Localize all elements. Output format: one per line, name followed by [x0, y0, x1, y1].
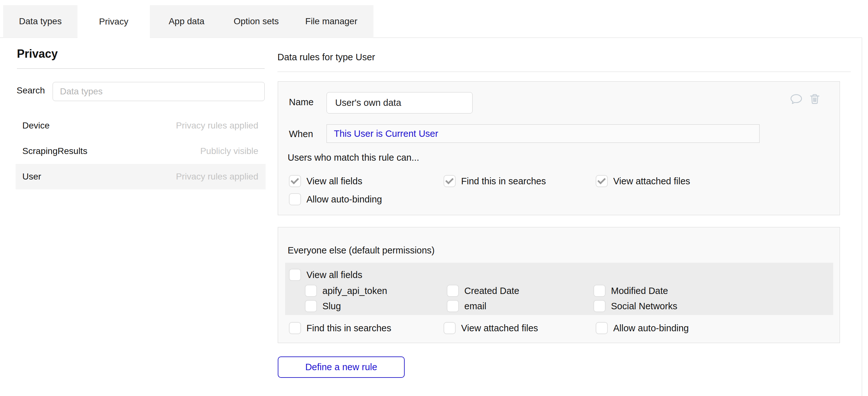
checkbox-email[interactable]	[447, 300, 459, 312]
checkbox-view-all-fields[interactable]	[289, 175, 301, 187]
perm-field-created-date: Created Date	[447, 285, 520, 297]
checkbox-view-attached-files-default[interactable]	[443, 322, 456, 334]
when-label: When	[289, 129, 313, 139]
type-name: User	[22, 172, 41, 182]
tab-option-sets[interactable]: Option sets	[223, 5, 289, 38]
type-name: ScrapingResults	[22, 146, 87, 156]
tab-data-types[interactable]: Data types	[3, 5, 78, 38]
perm-label: Find this in searches	[306, 323, 391, 334]
perm-label: Created Date	[464, 286, 520, 296]
fields-inset: View all fields apify_api_token Created …	[285, 263, 833, 315]
checkbox-find-in-searches[interactable]	[443, 175, 456, 187]
perm-label: View attached files	[613, 176, 690, 186]
main-divider	[277, 71, 851, 72]
perm-find-in-searches-default: Find this in searches	[289, 322, 391, 334]
perm-allow-auto-binding-default: Allow auto-binding	[596, 322, 689, 334]
type-status: Privacy rules applied	[176, 121, 258, 131]
checkbox-view-attached-files[interactable]	[596, 175, 608, 187]
rule-card-actions	[789, 92, 822, 106]
checkbox-modified-date[interactable]	[593, 285, 606, 297]
checkbox-apify-api-token[interactable]	[305, 285, 317, 297]
type-status: Publicly visible	[200, 146, 258, 156]
search-label: Search	[17, 86, 45, 96]
data-type-list: Device Privacy rules applied ScrapingRes…	[16, 113, 266, 189]
default-card-title: Everyone else (default permissions)	[288, 245, 435, 256]
type-row-device[interactable]: Device Privacy rules applied	[16, 113, 266, 139]
perm-view-all-fields-default: View all fields	[289, 269, 362, 281]
perm-label: View attached files	[461, 323, 538, 334]
search-input[interactable]	[53, 82, 265, 101]
checkbox-find-in-searches-default[interactable]	[289, 322, 301, 334]
tab-app-data[interactable]: App data	[150, 5, 223, 38]
name-label: Name	[289, 97, 313, 108]
checkbox-view-all-fields-default[interactable]	[289, 269, 301, 281]
perm-field-slug: Slug	[305, 300, 341, 312]
perm-field-email: email	[447, 300, 486, 312]
perm-label: apify_api_token	[322, 286, 387, 296]
tab-bar: Data types Privacy App data Option sets …	[3, 5, 373, 38]
rule-card: Name When This User is Current User User…	[278, 81, 840, 215]
trash-icon[interactable]	[808, 92, 822, 106]
tab-file-manager[interactable]: File manager	[289, 5, 373, 38]
permissions-intro: Users who match this rule can...	[288, 152, 419, 163]
perm-label: Modified Date	[611, 286, 668, 296]
perm-label: View all fields	[306, 270, 362, 280]
perm-find-in-searches: Find this in searches	[443, 175, 546, 187]
left-panel-divider	[17, 68, 265, 69]
checkbox-created-date[interactable]	[447, 285, 459, 297]
perm-view-all-fields: View all fields	[289, 175, 362, 187]
perm-field-social-networks: Social Networks	[593, 300, 677, 312]
content-right-border	[862, 38, 862, 396]
default-permissions-card: Everyone else (default permissions) View…	[278, 227, 840, 343]
perm-label: Allow auto-binding	[306, 194, 382, 205]
type-row-scrapingresults[interactable]: ScrapingResults Publicly visible	[16, 139, 266, 164]
page-title: Privacy	[17, 47, 58, 61]
define-new-rule-button[interactable]: Define a new rule	[278, 357, 405, 378]
perm-field-apify-api-token: apify_api_token	[305, 285, 387, 297]
tab-privacy[interactable]: Privacy	[78, 5, 150, 38]
type-row-user[interactable]: User Privacy rules applied	[16, 164, 266, 189]
perm-label: Allow auto-binding	[613, 323, 689, 334]
perm-label: Slug	[322, 301, 341, 311]
when-condition-value[interactable]: This User is Current User	[334, 128, 438, 139]
perm-label: email	[464, 301, 486, 311]
perm-label: Find this in searches	[461, 176, 546, 186]
type-name: Device	[22, 121, 50, 131]
perm-field-modified-date: Modified Date	[593, 285, 668, 297]
checkbox-slug[interactable]	[305, 300, 317, 312]
checkbox-allow-auto-binding-default[interactable]	[596, 322, 608, 334]
comment-icon[interactable]	[789, 92, 803, 106]
when-condition-field[interactable]: This User is Current User	[327, 124, 760, 143]
checkbox-social-networks[interactable]	[593, 300, 606, 312]
checkbox-allow-auto-binding[interactable]	[289, 193, 301, 205]
rule-name-input[interactable]	[327, 92, 473, 114]
perm-label: Social Networks	[611, 301, 677, 311]
perm-view-attached-files-default: View attached files	[443, 322, 538, 334]
perm-label: View all fields	[306, 176, 362, 186]
perm-allow-auto-binding: Allow auto-binding	[289, 193, 382, 205]
data-rules-heading: Data rules for type User	[277, 52, 375, 62]
perm-view-attached-files: View attached files	[596, 175, 690, 187]
type-status: Privacy rules applied	[176, 172, 258, 182]
